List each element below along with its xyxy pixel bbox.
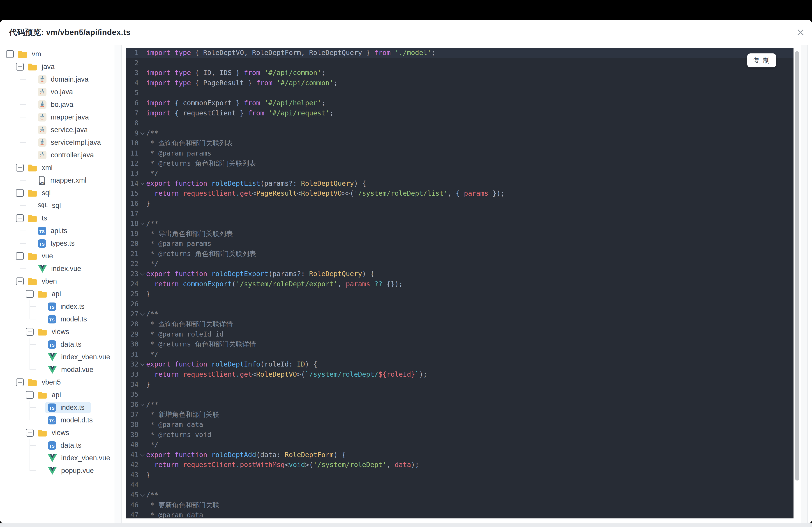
fold-chevron-icon[interactable] bbox=[139, 179, 146, 189]
collapse-toggle-icon[interactable] bbox=[16, 189, 24, 197]
tree-file-model-ts[interactable]: TSmodel.ts bbox=[0, 313, 115, 326]
code-text: * @returns 角色和部门关联列表 bbox=[146, 159, 256, 169]
code-line-35: 35 bbox=[126, 390, 794, 400]
tree-file-index-ts[interactable]: TSindex.ts bbox=[0, 401, 115, 414]
code-text: * 更新角色和部门关联 bbox=[146, 500, 219, 510]
tree-connector-line bbox=[20, 237, 20, 243]
tree-file-vo-java[interactable]: vo.java bbox=[0, 86, 115, 98]
tree-file-controller-java[interactable]: controller.java bbox=[0, 149, 115, 161]
tree-file-serviceimpl-java[interactable]: serviceImpl.java bbox=[0, 136, 115, 149]
tree-file-index-vben-vue[interactable]: index_vben.vue bbox=[0, 351, 115, 363]
code-line-18: 18/** bbox=[126, 219, 794, 229]
tree-label: index.ts bbox=[60, 404, 85, 411]
tree-folder-vue[interactable]: vue bbox=[0, 250, 115, 262]
tree-file-model-d-ts[interactable]: TSmodel.d.ts bbox=[0, 414, 115, 426]
tree-guide-line bbox=[10, 313, 10, 326]
tree-file-popup-vue[interactable]: popup.vue bbox=[0, 464, 115, 477]
collapse-toggle-icon[interactable] bbox=[16, 164, 24, 171]
code-line-27: 27/** bbox=[126, 309, 794, 319]
tree-folder-api[interactable]: api bbox=[0, 288, 115, 300]
tree-connector-line bbox=[30, 344, 36, 345]
copy-button[interactable]: 复 制 bbox=[747, 54, 776, 67]
minus-icon bbox=[28, 294, 32, 294]
code-editor[interactable]: 1import type { RoleDeptVO, RoleDeptForm,… bbox=[126, 48, 794, 518]
code-scrollbar-thumb[interactable] bbox=[795, 51, 799, 481]
fold-chevron-icon[interactable] bbox=[139, 269, 146, 279]
tree-connector-line bbox=[30, 407, 36, 408]
code-text: export function roleDeptAdd(data: RoleDe… bbox=[146, 450, 346, 460]
collapse-toggle-icon[interactable] bbox=[26, 328, 34, 336]
code-text: } bbox=[146, 289, 150, 299]
tree-connector-line bbox=[10, 60, 10, 73]
code-line-47: 47 * @param data bbox=[126, 510, 794, 518]
tree-guide-line bbox=[10, 237, 10, 250]
tree-folder-vben[interactable]: vben bbox=[0, 275, 115, 288]
tree-file-data-ts[interactable]: TSdata.ts bbox=[0, 338, 115, 351]
tree-label: sql bbox=[52, 201, 61, 210]
tree-folder-views[interactable]: views bbox=[0, 326, 115, 338]
collapse-toggle-icon[interactable] bbox=[16, 277, 24, 285]
tree-label: model.ts bbox=[60, 315, 87, 323]
tree-folder-views[interactable]: views bbox=[0, 426, 115, 439]
tree-file-service-java[interactable]: service.java bbox=[0, 123, 115, 136]
tree-file-index-vben-vue[interactable]: index_vben.vue bbox=[0, 452, 115, 464]
fold-gutter bbox=[139, 209, 146, 219]
fold-chevron-icon[interactable] bbox=[139, 219, 146, 229]
typescript-file-icon: TS bbox=[48, 416, 56, 424]
tree-label: service.java bbox=[51, 126, 88, 134]
tree-file-sql[interactable]: SQLsql bbox=[0, 199, 115, 212]
tree-folder-vm[interactable]: vm bbox=[0, 48, 115, 60]
tree-file-index-vue[interactable]: index.vue bbox=[0, 262, 115, 275]
code-text: /** bbox=[146, 128, 158, 138]
tree-file-index-ts[interactable]: TSindex.ts bbox=[0, 300, 115, 313]
tree-file-mapper-xml[interactable]: XMLmapper.xml bbox=[0, 174, 115, 187]
fold-chevron-icon[interactable] bbox=[139, 128, 146, 138]
tree-file-modal-vue[interactable]: modal.vue bbox=[0, 363, 115, 376]
collapse-toggle-icon[interactable] bbox=[16, 378, 24, 386]
fold-gutter bbox=[139, 98, 146, 108]
tree-connector-line bbox=[30, 319, 36, 319]
close-icon[interactable]: × bbox=[797, 26, 804, 39]
tree-file-domain-java[interactable]: domain.java bbox=[0, 73, 115, 86]
tree-folder-vben5[interactable]: vben5 bbox=[0, 376, 115, 389]
fold-chevron-icon[interactable] bbox=[139, 400, 146, 410]
fold-chevron-icon[interactable] bbox=[139, 309, 146, 319]
tree-file-bo-java[interactable]: bo.java bbox=[0, 98, 115, 111]
modal-scrollbar-track[interactable] bbox=[801, 45, 808, 523]
tree-connector-line bbox=[20, 269, 26, 269]
tree-label: index_vben.vue bbox=[61, 454, 110, 462]
tree-connector-line bbox=[20, 130, 26, 130]
minus-icon bbox=[18, 66, 21, 67]
fold-chevron-icon[interactable] bbox=[139, 359, 146, 370]
fold-chevron-icon[interactable] bbox=[139, 490, 146, 500]
code-line-22: 22 */ bbox=[126, 259, 794, 269]
tree-file-api-ts[interactable]: TSapi.ts bbox=[0, 225, 115, 237]
tree-scrollbar-track[interactable] bbox=[115, 45, 122, 523]
code-text: export function roleDeptList(params?: Ro… bbox=[146, 179, 366, 189]
tree-file-data-ts[interactable]: TSdata.ts bbox=[0, 439, 115, 452]
tree-folder-java[interactable]: java bbox=[0, 60, 115, 73]
tree-folder-api[interactable]: api bbox=[0, 389, 115, 401]
tree-file-mapper-java[interactable]: mapper.java bbox=[0, 111, 115, 123]
tree-guide-line bbox=[10, 174, 10, 187]
tree-connector-line bbox=[20, 155, 26, 155]
tree-folder-xml[interactable]: xml bbox=[0, 161, 115, 174]
collapse-toggle-icon[interactable] bbox=[6, 50, 14, 58]
tree-label: types.ts bbox=[50, 239, 75, 247]
tree-file-types-ts[interactable]: TStypes.ts bbox=[0, 237, 115, 250]
tree-folder-sql[interactable]: sql bbox=[0, 187, 115, 199]
collapse-toggle-icon[interactable] bbox=[16, 214, 24, 222]
tree-connector-line bbox=[20, 149, 20, 155]
tree-folder-ts[interactable]: ts bbox=[0, 212, 115, 225]
fold-gutter bbox=[139, 78, 146, 88]
code-line-32: 32export function roleDeptInfo(roleId: I… bbox=[126, 359, 794, 370]
tree-connector-line bbox=[10, 161, 10, 174]
fold-gutter bbox=[139, 189, 146, 199]
collapse-toggle-icon[interactable] bbox=[26, 391, 34, 399]
collapse-toggle-icon[interactable] bbox=[16, 252, 24, 260]
collapse-toggle-icon[interactable] bbox=[16, 63, 24, 71]
code-line-10: 10 * 查询角色和部门关联列表 bbox=[126, 138, 794, 148]
fold-chevron-icon[interactable] bbox=[139, 450, 146, 460]
collapse-toggle-icon[interactable] bbox=[26, 290, 34, 298]
collapse-toggle-icon[interactable] bbox=[26, 429, 34, 437]
